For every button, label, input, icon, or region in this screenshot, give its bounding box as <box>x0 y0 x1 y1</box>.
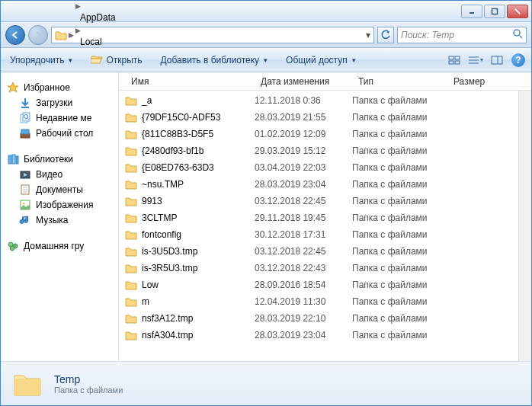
folder-icon <box>125 263 137 273</box>
scrollbar[interactable] <box>518 91 531 361</box>
file-date: 28.03.2019 23:04 <box>255 179 352 190</box>
organize-button[interactable]: Упорядочить <box>5 53 77 68</box>
folder-icon <box>125 246 137 257</box>
table-row[interactable]: nsfA304.tmp28.03.2019 23:04Папка с файла… <box>119 327 518 344</box>
file-name: {2480df93-bf1b <box>142 145 204 156</box>
table-row[interactable]: is-3U5D3.tmp03.12.2018 22:45Папка с файл… <box>119 243 518 260</box>
table-row[interactable]: _a12.11.2018 0:36Папка с файлами <box>119 92 518 109</box>
file-type: Папка с файлами <box>352 296 447 307</box>
svg-rect-21 <box>21 129 29 134</box>
sidebar-favorites[interactable]: Избранное <box>4 80 115 95</box>
file-name: {E08ED763-63D3 <box>142 162 214 173</box>
svg-rect-13 <box>492 56 502 64</box>
file-type: Папка с файлами <box>352 95 447 106</box>
forward-button[interactable] <box>28 25 48 45</box>
close-button[interactable] <box>507 5 528 18</box>
search-input[interactable]: Поиск: Temp <box>397 27 527 43</box>
preview-pane-button[interactable] <box>489 52 505 69</box>
sidebar-item-label: Изображения <box>36 200 93 210</box>
sidebar-homegroup[interactable]: Домашняя гру <box>4 238 115 254</box>
sidebar-icon <box>19 199 31 211</box>
folder-icon <box>125 213 137 223</box>
file-type: Папка с файлами <box>352 162 447 173</box>
file-date: 12.04.2019 11:30 <box>255 296 352 307</box>
file-type: Папка с файлами <box>352 313 447 324</box>
table-row[interactable]: 3CLTMP29.11.2018 19:45Папка с файлами <box>119 209 518 226</box>
svg-point-4 <box>514 30 520 36</box>
explorer-window: ▶ B▶AppData▶Local▶Temp▶ ▾ Поиск: Temp Уп… <box>0 0 532 406</box>
maximize-button[interactable] <box>484 5 505 18</box>
svg-rect-23 <box>12 155 15 164</box>
refresh-button[interactable] <box>377 27 394 43</box>
file-type: Папка с файлами <box>352 246 447 257</box>
file-date: 28.09.2016 18:54 <box>255 280 352 290</box>
minimize-button[interactable] <box>461 5 482 18</box>
sidebar-item[interactable]: Видео <box>4 167 115 182</box>
svg-point-35 <box>10 246 14 251</box>
sidebar-item[interactable]: Загрузки <box>4 95 115 110</box>
folder-icon <box>125 179 137 190</box>
file-date: 03.12.2018 22:45 <box>255 246 352 257</box>
file-type: Папка с файлами <box>352 280 447 290</box>
main-pane: Имя Дата изменения Тип Размер _a12.11.20… <box>119 72 531 361</box>
add-library-button[interactable]: Добавить в библиотеку <box>156 53 273 68</box>
dropdown-icon[interactable]: ▾ <box>366 30 370 40</box>
folder-icon <box>125 330 137 340</box>
sidebar-item[interactable]: Музыка <box>4 213 115 228</box>
table-row[interactable]: m12.04.2019 11:30Папка с файлами <box>119 293 518 310</box>
file-name: _a <box>142 95 152 106</box>
col-size[interactable]: Размер <box>447 76 501 87</box>
breadcrumb-item[interactable]: Local <box>75 35 120 49</box>
share-button[interactable]: Общий доступ <box>281 53 361 68</box>
file-type: Папка с файлами <box>352 263 447 273</box>
folder-icon <box>125 229 137 240</box>
col-name[interactable]: Имя <box>125 76 255 87</box>
folder-icon <box>125 280 137 290</box>
chevron-right-icon: ▶ <box>75 27 81 34</box>
libraries-label: Библиотеки <box>24 154 73 165</box>
breadcrumb-item[interactable]: AppData <box>75 11 120 24</box>
address-bar[interactable]: ▶ B▶AppData▶Local▶Temp▶ ▾ <box>51 27 374 43</box>
folder-icon <box>125 112 137 123</box>
table-row[interactable]: {2480df93-bf1b29.03.2019 15:12Папка с фа… <box>119 142 518 159</box>
folder-icon <box>125 129 137 139</box>
back-button[interactable] <box>5 25 25 45</box>
sidebar-item[interactable]: Рабочий стол <box>4 126 115 141</box>
help-icon: ? <box>511 53 525 67</box>
table-row[interactable]: {E08ED763-63D303.04.2019 22:03Папка с фа… <box>119 159 518 176</box>
table-row[interactable]: {811C88B3-D5F501.02.2019 12:09Папка с фа… <box>119 126 518 142</box>
sidebar-libraries[interactable]: Библиотеки <box>4 152 115 167</box>
open-button[interactable]: Открыть <box>86 51 146 69</box>
sidebar-icon <box>19 214 31 226</box>
search-placeholder: Поиск: Temp <box>401 30 454 40</box>
folder-icon <box>125 95 137 106</box>
svg-rect-1 <box>492 8 498 14</box>
sidebar-item-label: Недавние ме <box>36 113 91 123</box>
table-row[interactable]: {79DF15C0-ADF5328.03.2019 21:55Папка с ф… <box>119 109 518 126</box>
view-list-button[interactable]: ▾ <box>467 52 484 69</box>
libraries-icon <box>7 153 19 165</box>
body-area: Избранное ЗагрузкиНедавние меРабочий сто… <box>1 72 531 361</box>
sidebar-item[interactable]: Недавние ме <box>4 110 115 126</box>
help-button[interactable]: ? <box>510 52 527 69</box>
view-thumb-button[interactable] <box>446 52 463 69</box>
table-row[interactable]: nsf3A12.tmp28.03.2019 22:10Папка с файла… <box>119 310 518 327</box>
chevron-right-icon: ▶ <box>69 31 74 39</box>
table-row[interactable]: fontconfig30.12.2018 17:31Папка с файлам… <box>119 226 518 243</box>
sidebar-icon <box>19 97 31 109</box>
column-headers: Имя Дата изменения Тип Размер <box>119 72 531 91</box>
table-row[interactable]: 991303.12.2018 22:45Папка с файлами <box>119 193 518 209</box>
favorites-label: Избранное <box>24 82 70 93</box>
table-row[interactable]: ~nsu.TMP28.03.2019 23:04Папка с файлами <box>119 176 518 193</box>
sidebar-item[interactable]: Документы <box>4 182 115 197</box>
folder-icon <box>125 145 137 156</box>
folder-icon <box>125 296 137 307</box>
table-row[interactable]: is-3R5U3.tmp03.12.2018 22:43Папка с файл… <box>119 260 518 277</box>
svg-rect-8 <box>449 61 453 64</box>
sidebar-item[interactable]: Изображения <box>4 197 115 213</box>
col-type[interactable]: Тип <box>352 76 447 87</box>
col-date[interactable]: Дата изменения <box>255 76 352 87</box>
table-row[interactable]: Low28.09.2016 18:54Папка с файлами <box>119 277 518 293</box>
folder-icon <box>125 196 137 206</box>
search-icon <box>512 28 523 41</box>
